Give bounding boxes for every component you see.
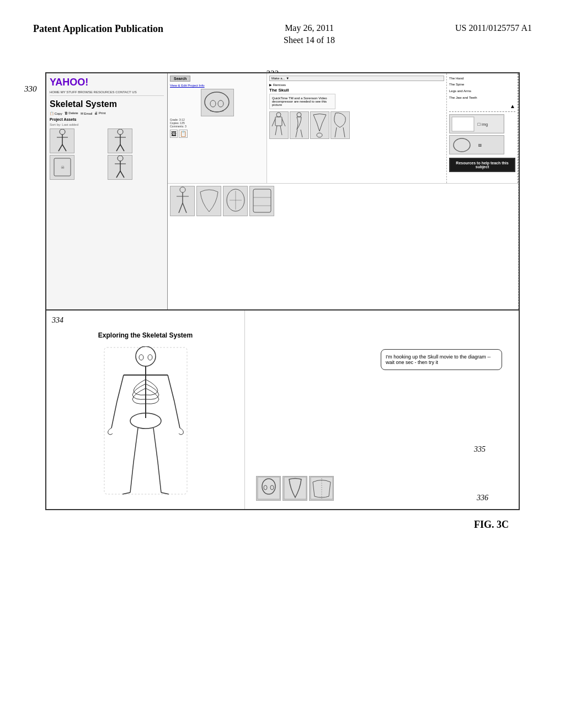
copy-btn[interactable]: 📋 Copy [50,111,62,115]
svg-point-50 [139,355,143,360]
svg-rect-71 [284,477,306,499]
detail-info: Grade: 3-12 Copies: 135 Comments: 3 [170,118,264,128]
top-section: YAHOO! HOME MY STUFF BROWSE RESOURCES CO… [46,73,519,311]
svg-line-23 [282,119,285,126]
yahoo-nav: HOME MY STUFF BROWSE RESOURCES CONTACT U… [50,90,164,96]
make-dropdown[interactable]: Make a... ▼ [269,76,444,81]
svg-line-61 [130,462,134,493]
body-img-3 [310,111,329,139]
topic-spine: The Spine [449,82,515,88]
yahoo-main-top: Search View & Edit Project Info [168,73,518,184]
sort-label: Sort by: Last added [50,123,164,126]
yahoo-main-bottom [168,184,518,309]
print-btn[interactable]: 🖨 Print [94,111,105,115]
svg-point-38 [180,187,185,192]
label-336: 336 [477,494,488,502]
bt-1 [170,186,195,216]
publication-title: Patent Application Publication [33,22,163,36]
body-img-4 [331,111,350,139]
yahoo-right-panel: The Hand The Spine Legs and Arms The Jaw… [446,73,518,183]
figure-container: 332 ↓ 330 YAHOO! HOME MY STUFF BROWSE RE… [40,69,525,531]
yahoo-center-panel: Make a... ▼ ▶ Remixes The Skull QuickTim… [267,73,446,183]
assets-label: Project Assets [50,117,164,121]
thumb-2 [108,129,132,153]
skull-title: The Skull [269,88,444,93]
label-334: 334 [52,316,63,325]
svg-line-30 [335,127,337,137]
thumb-1 [50,129,74,153]
svg-point-20 [276,113,281,117]
skeleton-large-figure [90,344,201,498]
view-link[interactable]: View & Edit Project Info [170,84,264,87]
yahoo-detail-panel: Search View & Edit Project Info [168,73,267,183]
svg-text:☠: ☠ [60,165,64,170]
bot-thumb-1 [256,476,281,501]
right-thumbnails: ☐ img 🖼 [449,111,515,172]
bt-3 [223,186,248,216]
right-thumb-2: 🖼 [449,135,504,154]
svg-point-17 [205,92,229,112]
svg-point-5 [118,129,123,135]
svg-line-65 [161,493,169,494]
svg-line-27 [296,130,297,137]
svg-line-15 [116,171,120,178]
svg-line-59 [174,402,180,428]
body-images-row [269,111,444,139]
outer-figure-box: 330 YAHOO! HOME MY STUFF BROWSE RESOURCE… [45,72,520,510]
svg-line-58 [168,375,174,402]
sheet-info: May 26, 2011 Sheet 14 of 18 [284,22,335,47]
speech-bubble: I'm hooking up the Skull movie to the di… [381,349,502,370]
bottom-thumbnails [256,476,334,501]
svg-line-22 [272,119,275,126]
svg-line-16 [120,171,124,178]
page-header: Patent Application Publication May 26, 2… [0,0,565,58]
sheet-number: Sheet 14 of 18 [284,35,335,45]
svg-line-31 [343,127,345,137]
svg-line-28 [301,130,302,137]
figure-label: FIG. 3C [45,519,520,531]
action-icons: 🖼 📋 [170,130,264,138]
topic-hand: The Hand [449,76,515,82]
svg-text:☐ img: ☐ img [477,122,488,127]
svg-point-19 [218,100,223,107]
bottom-thumb-grid [170,186,274,307]
svg-text:🖼: 🖼 [478,144,482,147]
main-content: 332 ↓ 330 YAHOO! HOME MY STUFF BROWSE RE… [0,58,565,542]
remixes-label: ▶ Remixes [269,83,444,87]
topic-jaw: The Jaw and Teeth [449,95,515,101]
patent-number: US 2011/0125757 A1 [455,22,532,34]
yahoo-logo: YAHOO! [50,77,164,88]
svg-line-8 [116,144,120,151]
body-img-1 [269,111,289,139]
search-button[interactable]: Search [170,76,190,82]
bottom-left-panel: Exploring the Skeletal System [46,311,245,509]
svg-point-12 [118,156,123,161]
resources-box: Resources to help teach this subject [449,158,515,172]
yahoo-main-panel: Search View & Edit Project Info [168,73,519,309]
svg-line-60 [134,428,138,462]
svg-point-18 [210,100,216,107]
quicktime-message: QuickTime TM and a Sorenson Video decomp… [269,94,335,109]
svg-rect-33 [452,117,474,131]
body-img-2 [290,111,309,139]
svg-point-0 [60,129,65,135]
label-330: 330 [24,84,37,94]
delete-btn[interactable]: 🗑 Delete [65,111,78,115]
svg-line-42 [183,203,186,213]
yahoo-left-panel: YAHOO! HOME MY STUFF BROWSE RESOURCES CO… [46,73,168,309]
svg-rect-21 [275,117,282,126]
publication-date: May 26, 2011 [285,23,334,33]
label-335: 335 [474,445,486,454]
right-thumb-1: ☐ img [449,114,504,133]
skull-thumbnail [201,89,234,116]
svg-point-49 [136,346,156,366]
svg-line-25 [280,126,282,135]
email-btn[interactable]: ✉ Email [81,111,93,115]
topic-list: The Hand The Spine Legs and Arms The Jaw… [449,76,515,101]
yahoo-toolbar: 📋 Copy 🗑 Delete ✉ Email 🖨 Print [50,111,164,115]
svg-point-26 [297,113,301,117]
svg-line-24 [275,126,277,135]
thumb-4 [108,155,132,180]
bt-4 [249,186,274,216]
topic-legs: Legs and Arms [449,88,515,95]
